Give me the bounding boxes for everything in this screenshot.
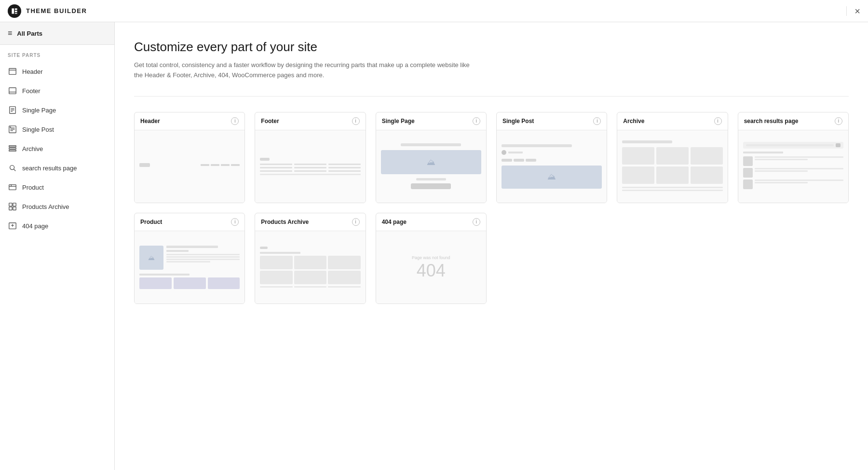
page-image: ⛰ bbox=[381, 150, 481, 174]
tag-3 bbox=[526, 159, 536, 162]
nav-line-2 bbox=[211, 164, 219, 166]
card-search-results-title: search results page bbox=[744, 118, 799, 124]
card-header[interactable]: Header i bbox=[134, 112, 245, 203]
sidebar-item-404-label: 404 page bbox=[22, 222, 48, 230]
svg-rect-26 bbox=[13, 203, 16, 206]
svg-rect-0 bbox=[12, 8, 14, 14]
header-logo-block bbox=[139, 163, 150, 167]
footer-icon bbox=[8, 86, 17, 96]
card-product[interactable]: Product i ⛰ bbox=[134, 213, 245, 304]
card-products-archive[interactable]: Products Archive i bbox=[255, 213, 366, 304]
svg-rect-17 bbox=[9, 146, 16, 147]
single-post-preview-content: ⛰ bbox=[502, 144, 602, 189]
footer-line-4 bbox=[260, 167, 292, 168]
app-title: THEME BUILDER bbox=[26, 7, 87, 14]
svg-point-16 bbox=[10, 126, 11, 128]
card-product-info[interactable]: i bbox=[231, 218, 239, 226]
sidebar-item-archive-label: Archive bbox=[22, 145, 43, 152]
archive-card-5 bbox=[656, 166, 689, 184]
sidebar-item-header-label: Header bbox=[22, 68, 43, 75]
svg-line-21 bbox=[14, 169, 16, 171]
card-header-title: Header bbox=[140, 118, 160, 124]
svg-rect-2 bbox=[15, 11, 17, 12]
footer-line-9 bbox=[328, 170, 361, 172]
suggested-label bbox=[139, 274, 190, 276]
card-products-archive-info[interactable]: i bbox=[352, 218, 360, 226]
result-line-1b bbox=[755, 159, 808, 160]
close-button[interactable]: × bbox=[854, 6, 860, 16]
sidebar: ≡ All Parts SITE PARTS Header Footer bbox=[0, 22, 115, 470]
product-line-3 bbox=[166, 259, 240, 260]
author-name-bar bbox=[508, 152, 523, 153]
site-parts-label: SITE PARTS bbox=[0, 45, 114, 62]
nav-line-1 bbox=[201, 164, 209, 166]
top-bar-left: THEME BUILDER bbox=[8, 4, 87, 18]
not-found-number: 404 bbox=[381, 262, 481, 279]
card-archive-info[interactable]: i bbox=[714, 117, 722, 125]
pa-item-5 bbox=[294, 271, 326, 284]
sidebar-item-archive[interactable]: Archive bbox=[0, 139, 114, 158]
card-header-info[interactable]: i bbox=[231, 117, 239, 125]
post-image: ⛰ bbox=[502, 166, 602, 189]
sidebar-item-search-results[interactable]: search results page bbox=[0, 158, 114, 178]
product-title-bar bbox=[166, 246, 218, 248]
card-single-post-info[interactable]: i bbox=[593, 117, 601, 125]
all-parts-icon: ≡ bbox=[8, 29, 12, 38]
card-product-bar: Product i bbox=[135, 213, 244, 231]
result-line-2a bbox=[755, 168, 843, 169]
product-line-4 bbox=[166, 261, 210, 263]
footer-preview-content bbox=[260, 158, 360, 175]
404-icon bbox=[8, 221, 17, 231]
search-results-icon bbox=[8, 163, 17, 173]
sidebar-item-product[interactable]: Product bbox=[0, 178, 114, 197]
svg-point-20 bbox=[10, 166, 14, 170]
tag-1 bbox=[502, 159, 512, 162]
card-archive-title: Archive bbox=[623, 118, 644, 124]
sidebar-item-product-label: Product bbox=[22, 184, 44, 191]
card-single-page-info[interactable]: i bbox=[473, 117, 480, 125]
post-image-icon: ⛰ bbox=[547, 172, 556, 182]
404-preview-content: Page was not found 404 bbox=[381, 255, 481, 279]
search-bar-input bbox=[746, 144, 834, 146]
sidebar-item-header[interactable]: Header bbox=[0, 62, 114, 81]
page-title: Customize every part of your site bbox=[134, 40, 849, 55]
content-area: Customize every part of your site Get to… bbox=[115, 22, 868, 470]
card-footer-info[interactable]: i bbox=[352, 117, 360, 125]
archive-icon bbox=[8, 144, 17, 153]
sidebar-item-404[interactable]: 404 page bbox=[0, 216, 114, 235]
svg-rect-4 bbox=[9, 69, 16, 75]
post-title-bar bbox=[502, 144, 572, 147]
cta-text bbox=[416, 178, 446, 180]
content-divider bbox=[134, 96, 849, 97]
card-single-page[interactable]: Single Page i ⛰ bbox=[376, 112, 487, 203]
image-placeholder-icon: ⛰ bbox=[427, 157, 435, 167]
suggested-item-2 bbox=[174, 277, 206, 289]
search-bar-button bbox=[836, 143, 841, 147]
sidebar-item-footer[interactable]: Footer bbox=[0, 81, 114, 100]
sidebar-all-parts[interactable]: ≡ All Parts bbox=[0, 22, 114, 45]
cards-row-1: Header i bbox=[134, 112, 849, 203]
sidebar-item-products-archive[interactable]: Products Archive bbox=[0, 197, 114, 216]
card-404-info[interactable]: i bbox=[473, 218, 480, 226]
card-404-bar: 404 page i bbox=[376, 213, 486, 231]
card-search-results-info[interactable]: i bbox=[835, 117, 842, 125]
product-line-2 bbox=[166, 256, 240, 258]
footer-line-5 bbox=[294, 167, 326, 168]
card-products-archive-preview bbox=[255, 231, 365, 304]
card-product-preview: ⛰ bbox=[135, 231, 244, 304]
footer-line-6 bbox=[328, 167, 361, 168]
product-image: ⛰ bbox=[139, 246, 163, 270]
sidebar-item-single-page[interactable]: Single Page bbox=[0, 100, 114, 120]
sidebar-item-single-post[interactable]: Single Post bbox=[0, 120, 114, 139]
footer-line-8 bbox=[294, 170, 326, 172]
pa-item-2 bbox=[294, 256, 326, 269]
card-single-post[interactable]: Single Post i bbox=[496, 112, 607, 203]
card-archive[interactable]: Archive i bbox=[617, 112, 728, 203]
card-search-results[interactable]: search results page i bbox=[738, 112, 849, 203]
author-avatar bbox=[502, 150, 506, 155]
pa-featured-label bbox=[260, 252, 300, 254]
footer-line-2 bbox=[294, 164, 326, 165]
card-404[interactable]: 404 page i Page was not found 404 bbox=[376, 213, 487, 304]
result-line-2b bbox=[755, 170, 808, 172]
card-footer[interactable]: Footer i bbox=[255, 112, 366, 203]
